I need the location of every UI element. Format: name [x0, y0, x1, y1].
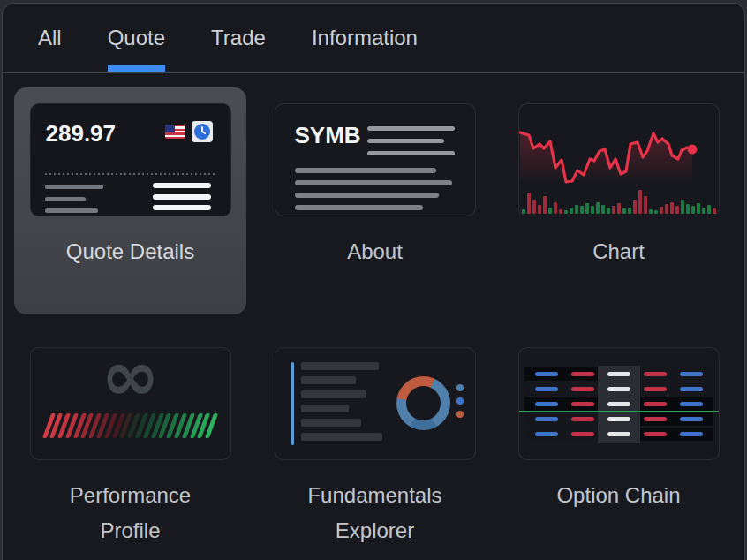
- volume-bar: [654, 210, 658, 214]
- volume-bar: [580, 206, 584, 214]
- card-fundamentals-explorer[interactable]: Fundamentals Explorer: [259, 331, 491, 558]
- volume-bar: [681, 200, 684, 214]
- volume-bar: [548, 208, 552, 214]
- volume-bar: [638, 190, 642, 214]
- fundamentals-bars: [301, 362, 382, 447]
- option-pill-red: [644, 432, 667, 436]
- option-pill-red: [571, 417, 594, 421]
- card-chart[interactable]: Chart: [502, 87, 735, 314]
- mini-chart: [519, 104, 719, 216]
- option-pill-blue: [680, 417, 703, 421]
- accent-line: [291, 362, 294, 445]
- volume-bar: [660, 207, 663, 214]
- value-bar: [153, 205, 211, 210]
- volume-bar: [665, 204, 668, 214]
- option-pill-blue: [680, 402, 703, 406]
- card-option-chain[interactable]: Option Chain: [502, 331, 735, 558]
- text-bar: [295, 168, 436, 173]
- volume-bar: [649, 209, 653, 214]
- option-row: [524, 428, 713, 441]
- option-pill-white: [607, 387, 630, 391]
- volume-bar: [707, 205, 711, 214]
- volume-bar: [702, 208, 706, 214]
- chart-thumbnail: [518, 103, 720, 216]
- volume-bar: [622, 208, 626, 214]
- option-pill-red: [644, 372, 667, 376]
- widget-picker-panel: All Quote Trade Information 289.97 Quote…: [2, 3, 745, 560]
- about-thumbnail: SYMB: [275, 103, 476, 216]
- fundamentals-bar: [301, 419, 361, 427]
- option-pill-blue: [535, 387, 558, 391]
- option-pill-red: [644, 402, 667, 406]
- option-pill-red: [571, 432, 594, 436]
- card-label: Chart: [535, 234, 703, 269]
- volume-bar: [596, 202, 600, 214]
- tab-all[interactable]: All: [38, 4, 62, 72]
- performance-stripes: [47, 413, 215, 438]
- option-pill-blue: [680, 372, 703, 376]
- volume-bar: [617, 203, 621, 214]
- option-pill-blue: [535, 402, 558, 406]
- volume-bars: [522, 190, 716, 214]
- volume-bar: [628, 208, 631, 214]
- tab-trade[interactable]: Trade: [211, 4, 266, 72]
- option-pill-white: [607, 417, 630, 421]
- legend-dot: [456, 397, 464, 405]
- text-bar: [367, 151, 455, 155]
- card-label: Option Chain: [535, 478, 703, 513]
- card-label: Quote Details: [47, 234, 215, 269]
- volume-bar: [522, 209, 525, 214]
- volume-bar: [686, 204, 690, 214]
- volume-bar: [670, 202, 674, 214]
- option-chain-thumbnail: [518, 347, 720, 460]
- text-bar: [295, 205, 423, 210]
- option-pill-red: [571, 372, 594, 376]
- volume-bar: [559, 209, 562, 214]
- volume-bar: [585, 203, 589, 214]
- fundamentals-bar: [301, 362, 379, 370]
- volume-bar: [697, 203, 700, 214]
- chart-end-dot: [687, 145, 697, 155]
- text-bar: [295, 193, 439, 198]
- option-row: [524, 397, 713, 411]
- option-rows: [524, 367, 713, 443]
- text-bar: [367, 126, 455, 131]
- performance-thumbnail: ∞: [30, 347, 231, 460]
- dotted-divider: [45, 173, 216, 175]
- volume-bar: [532, 200, 536, 214]
- volume-bar: [601, 205, 605, 214]
- fundamentals-bar: [301, 433, 382, 441]
- text-bar: [295, 180, 452, 185]
- volume-bar: [570, 208, 573, 214]
- volume-bar: [691, 206, 695, 214]
- option-pill-red: [571, 387, 594, 391]
- option-row: [524, 382, 713, 396]
- option-pill-blue: [535, 372, 558, 376]
- option-pill-white: [607, 402, 630, 406]
- infinity-icon: ∞: [31, 347, 230, 408]
- option-row: [524, 412, 713, 426]
- spot-price-line: [519, 411, 719, 412]
- fundamentals-bar: [301, 390, 366, 398]
- card-performance-profile[interactable]: ∞ Performance Profile: [14, 331, 246, 558]
- legend-dot: [456, 411, 464, 418]
- card-label: Performance Profile: [47, 478, 215, 549]
- tab-information[interactable]: Information: [312, 4, 418, 72]
- option-pill-white: [607, 432, 630, 436]
- fundamentals-bar: [301, 376, 356, 384]
- option-pill-blue: [535, 432, 558, 436]
- fundamentals-bar: [301, 405, 349, 412]
- stat-bar: [45, 185, 103, 189]
- option-pill-blue: [535, 417, 558, 421]
- tab-bar: All Quote Trade Information: [3, 4, 744, 73]
- card-quote-details[interactable]: 289.97 Quote Details: [14, 87, 246, 314]
- option-pill-blue: [680, 387, 703, 391]
- volume-bar: [633, 200, 637, 214]
- card-about[interactable]: SYMB About: [259, 87, 491, 314]
- value-bar: [153, 194, 211, 200]
- volume-bar: [554, 202, 557, 214]
- stat-bar: [45, 208, 98, 213]
- donut-chart-icon: [396, 376, 450, 430]
- volume-bar: [607, 208, 610, 214]
- tab-quote[interactable]: Quote: [108, 4, 165, 72]
